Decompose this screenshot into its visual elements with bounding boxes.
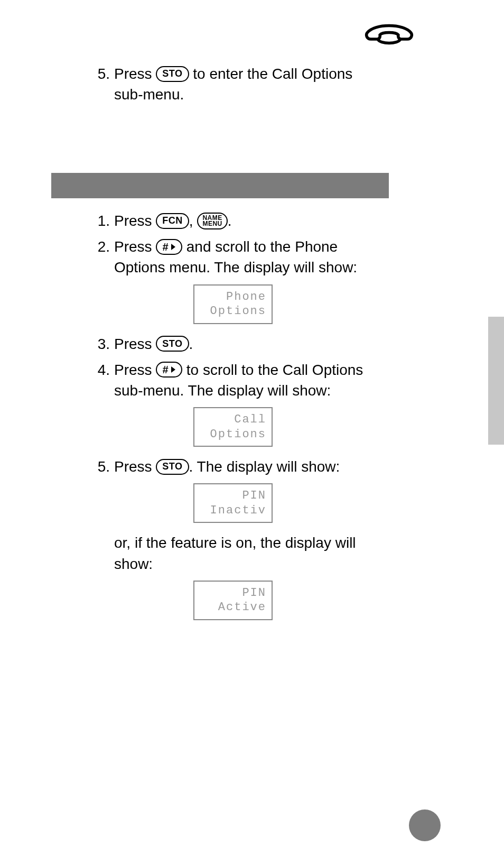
step-body: Press STO to enter the Call Options sub-… xyxy=(114,63,385,105)
section-heading-bar xyxy=(51,173,389,198)
sto-key-icon: STO xyxy=(156,336,189,352)
step-body: Press # and scroll to the Phone Options … xyxy=(114,236,390,333)
phone-display: Call Options xyxy=(193,407,273,447)
step-number: 4. xyxy=(89,360,114,456)
text: Press xyxy=(114,238,156,255)
text: Press xyxy=(114,458,156,475)
step-5: 5. Press STO. The display will show: PIN… xyxy=(89,456,390,630)
step-number: 5. xyxy=(89,456,114,630)
step-body: Press STO. xyxy=(114,334,390,354)
handset-icon xyxy=(364,21,414,56)
page-number-badge xyxy=(409,809,441,841)
side-tab xyxy=(488,317,504,445)
hash-label: # xyxy=(162,362,169,377)
text: , xyxy=(189,213,198,229)
step-number: 5. xyxy=(89,63,114,105)
step-body: Press # to scroll to the Call Options su… xyxy=(114,360,390,456)
hash-label: # xyxy=(162,240,169,254)
text: . xyxy=(189,336,193,352)
step-number: 1. xyxy=(89,210,114,231)
step-number: 2. xyxy=(89,236,114,333)
phone-display: Phone Options xyxy=(193,284,273,324)
sto-key-icon: STO xyxy=(156,66,189,82)
fcn-key-icon: FCN xyxy=(156,213,189,229)
alt-text: or, if the feature is on, the display wi… xyxy=(114,532,390,574)
text: Press xyxy=(114,66,156,82)
text: Press xyxy=(114,362,156,378)
top-step-5: 5. Press STO to enter the Call Options s… xyxy=(89,63,385,105)
step-3: 3. Press STO. xyxy=(89,334,390,354)
steps-list: 1. Press FCN, NAMEMENU. 2. Press # and s… xyxy=(89,210,390,630)
phone-display: PIN Inactiv xyxy=(193,483,273,523)
hash-key-icon: # xyxy=(156,362,182,378)
step-body: Press STO. The display will show: PIN In… xyxy=(114,456,390,630)
text: . xyxy=(228,213,232,229)
step-number: 3. xyxy=(89,334,114,354)
step-2: 2. Press # and scroll to the Phone Optio… xyxy=(89,236,390,333)
text: . The display will show: xyxy=(189,458,340,475)
phone-display: PIN Active xyxy=(193,581,273,620)
step-4: 4. Press # to scroll to the Call Options… xyxy=(89,360,390,456)
text: Press xyxy=(114,213,156,229)
hash-key-icon: # xyxy=(156,239,182,255)
sto-key-icon: STO xyxy=(156,459,189,475)
step-body: Press FCN, NAMEMENU. xyxy=(114,210,390,231)
name-menu-key-icon: NAMEMENU xyxy=(197,213,227,229)
key-bottom-label: MENU xyxy=(202,221,222,227)
right-arrow-icon xyxy=(171,243,176,251)
right-arrow-icon xyxy=(171,366,176,373)
step-1: 1. Press FCN, NAMEMENU. xyxy=(89,210,390,231)
text: Press xyxy=(114,336,156,352)
